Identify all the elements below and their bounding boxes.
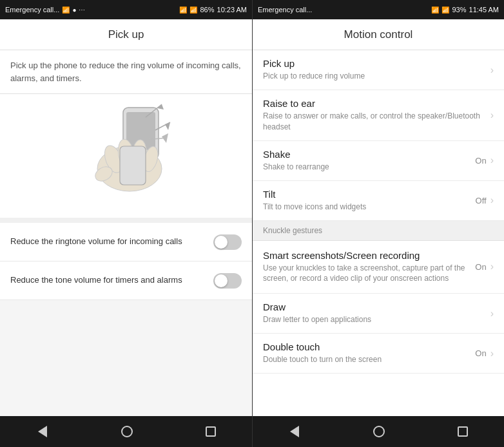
left-back-icon xyxy=(38,426,47,437)
ringtone-toggle-row[interactable]: Reduce the ringtone volume for incoming … xyxy=(0,223,252,262)
pick-up-title: Pick up xyxy=(263,58,490,69)
left-time: 10:23 AM xyxy=(217,6,247,14)
double-touch-content: Double touch Double touch to turn on the… xyxy=(263,341,475,365)
timer-toggle-row[interactable]: Reduce the tone volume for timers and al… xyxy=(0,262,252,300)
left-back-button[interactable] xyxy=(37,427,48,436)
right-status-bar: Emergency call... 📶 📶 93% 11:45 AM xyxy=(253,0,504,19)
svg-rect-15 xyxy=(120,146,146,185)
right-screen-title: Motion control xyxy=(344,28,413,41)
tilt-right: Off › xyxy=(476,195,494,206)
right-top-bar: Motion control xyxy=(253,19,504,50)
left-content: Pick up the phone to reduce the ring vol… xyxy=(0,50,252,416)
right-panel: Emergency call... 📶 📶 93% 11:45 AM Motio… xyxy=(252,0,504,447)
right-status-bar-right: 📶 📶 93% 11:45 AM xyxy=(431,6,499,14)
motion-item-shake[interactable]: Shake Shake to rearrange On › xyxy=(253,141,504,181)
right-back-button[interactable] xyxy=(289,427,300,436)
double-touch-chevron: › xyxy=(490,348,494,359)
sim-icon: 📶 xyxy=(62,6,70,14)
left-screen-title: Pick up xyxy=(108,28,144,41)
left-status-bar-left: Emergency call... 📶 ● ⋯ xyxy=(5,6,85,14)
raise-to-ear-title: Raise to ear xyxy=(263,98,490,109)
shake-chevron: › xyxy=(490,155,494,166)
smart-screenshots-chevron: › xyxy=(490,261,494,272)
tilt-chevron: › xyxy=(490,195,494,206)
motion-list: Pick up Pick up to reduce ring volume › … xyxy=(253,50,504,416)
left-signal-icon: 📶 xyxy=(179,6,187,14)
left-top-bar: Pick up xyxy=(0,19,252,50)
left-recent-button[interactable] xyxy=(206,426,216,437)
right-nav-bar xyxy=(253,416,504,447)
motion-item-double-touch[interactable]: Double touch Double touch to turn on the… xyxy=(253,334,504,374)
double-touch-right: On › xyxy=(475,348,494,359)
shake-right: On › xyxy=(475,155,494,166)
left-status-bar: Emergency call... 📶 ● ⋯ 📶 📶 86% 10:23 AM xyxy=(0,0,252,19)
smart-screenshots-content: Smart screenshots/Screen recording Use y… xyxy=(263,250,475,285)
motion-item-raise-to-ear[interactable]: Raise to ear Raise to answer or make cal… xyxy=(253,90,504,141)
smart-screenshots-right: On › xyxy=(475,261,494,272)
double-touch-title: Double touch xyxy=(263,341,475,352)
knuckle-gestures-header: Knuckle gestures xyxy=(253,221,504,241)
motion-item-draw[interactable]: Draw Draw letter to open applications › xyxy=(253,294,504,334)
motion-item-smart-screenshots[interactable]: Smart screenshots/Screen recording Use y… xyxy=(253,241,504,294)
raise-to-ear-chevron: › xyxy=(490,109,494,121)
knuckle-gestures-label: Knuckle gestures xyxy=(263,226,322,235)
left-home-button[interactable] xyxy=(121,426,133,437)
left-app-name: Emergency call... xyxy=(5,6,59,14)
pick-up-right: › xyxy=(490,64,494,76)
motion-item-tilt[interactable]: Tilt Tilt to move icons and widgets Off … xyxy=(253,181,504,221)
more-icon: ⋯ xyxy=(79,6,85,14)
right-recent-icon xyxy=(458,426,468,437)
shake-content: Shake Shake to rearrange xyxy=(263,149,475,173)
tilt-title: Tilt xyxy=(263,189,476,200)
shake-value: On xyxy=(475,156,486,166)
shake-title: Shake xyxy=(263,149,475,160)
draw-subtitle: Draw letter to open applications xyxy=(263,314,490,325)
right-status-bar-left: Emergency call... xyxy=(258,6,312,14)
right-home-icon xyxy=(373,426,385,437)
right-wifi-icon: 📶 xyxy=(441,6,449,14)
right-home-button[interactable] xyxy=(373,426,385,437)
pickup-description-text: Pick up the phone to reduce the ring vol… xyxy=(10,61,241,83)
shake-subtitle: Shake to rearrange xyxy=(263,162,475,173)
left-panel: Emergency call... 📶 ● ⋯ 📶 📶 86% 10:23 AM… xyxy=(0,0,252,447)
right-battery: 93% xyxy=(452,6,466,14)
right-app-name: Emergency call... xyxy=(258,6,312,14)
draw-content: Draw Draw letter to open applications xyxy=(263,301,490,325)
ringtone-toggle-switch[interactable] xyxy=(213,234,242,250)
pick-up-content: Pick up Pick up to reduce ring volume xyxy=(263,58,490,82)
right-back-icon xyxy=(290,426,299,437)
tilt-value: Off xyxy=(476,196,487,205)
location-icon: ● xyxy=(72,6,76,14)
double-touch-subtitle: Double touch to turn on the screen xyxy=(263,354,475,365)
left-home-icon xyxy=(121,426,133,437)
left-status-bar-right: 📶 📶 86% 10:23 AM xyxy=(179,6,247,14)
svg-marker-5 xyxy=(165,122,170,130)
timer-toggle-label: Reduce the tone volume for timers and al… xyxy=(10,274,213,286)
motion-item-pick-up[interactable]: Pick up Pick up to reduce ring volume › xyxy=(253,50,504,90)
draw-right: › xyxy=(490,308,494,319)
tilt-content: Tilt Tilt to move icons and widgets xyxy=(263,189,476,213)
left-wifi-icon: 📶 xyxy=(189,6,197,14)
left-nav-bar xyxy=(0,416,252,447)
left-battery: 86% xyxy=(200,6,214,14)
left-recent-icon xyxy=(206,426,216,437)
tilt-subtitle: Tilt to move icons and widgets xyxy=(263,202,476,213)
hand-illustration-svg xyxy=(62,98,191,214)
right-recent-button[interactable] xyxy=(458,426,468,437)
timer-toggle-switch[interactable] xyxy=(213,273,242,289)
smart-screenshots-title: Smart screenshots/Screen recording xyxy=(263,250,475,261)
pickup-illustration xyxy=(0,94,252,223)
right-signal-icon: 📶 xyxy=(431,6,439,14)
pick-up-subtitle: Pick up to reduce ring volume xyxy=(263,71,490,82)
ringtone-toggle-label: Reduce the ringtone volume for incoming … xyxy=(10,236,213,247)
draw-title: Draw xyxy=(263,301,490,312)
raise-to-ear-content: Raise to ear Raise to answer or make cal… xyxy=(263,98,490,133)
raise-to-ear-right: › xyxy=(490,109,494,121)
smart-screenshots-subtitle: Use your knuckles to take a screenshot, … xyxy=(263,263,475,285)
smart-screenshots-value: On xyxy=(475,262,486,272)
raise-to-ear-subtitle: Raise to answer or make calls, or contro… xyxy=(263,111,490,133)
double-touch-value: On xyxy=(475,348,486,358)
pickup-description: Pick up the phone to reduce the ring vol… xyxy=(0,50,252,94)
right-time: 11:45 AM xyxy=(469,6,499,14)
draw-chevron: › xyxy=(490,308,494,319)
